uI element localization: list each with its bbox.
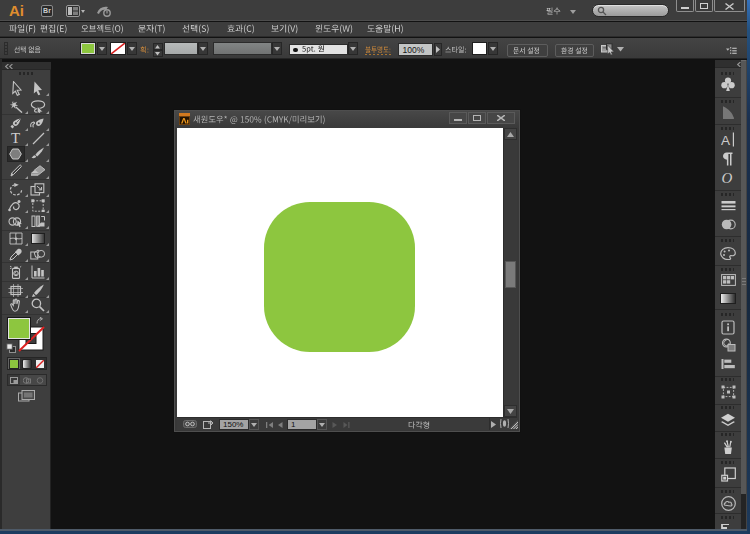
svg-text:A: A — [721, 132, 730, 147]
svg-text:O: O — [722, 170, 733, 186]
